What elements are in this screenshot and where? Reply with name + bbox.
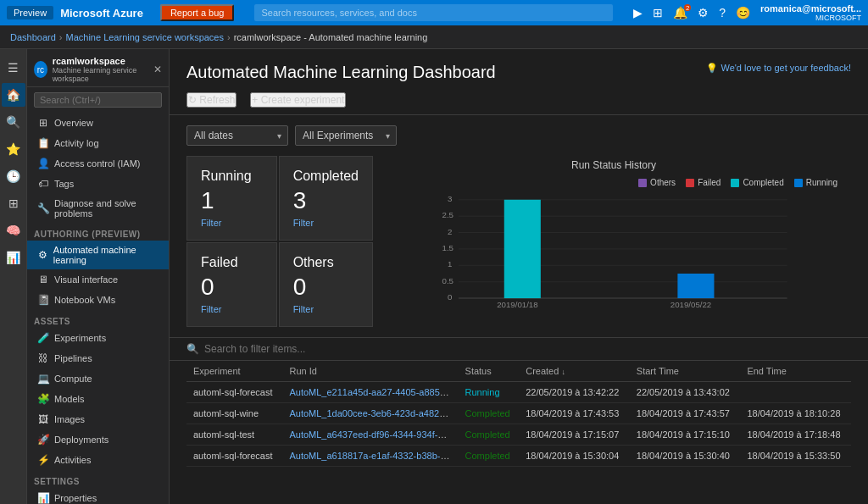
pipelines-icon: ⛓ [37,352,49,364]
breadcrumb-ml-workspaces[interactable]: Machine Learning service workspaces [66,32,224,42]
report-bug-button[interactable]: Report a bug [160,4,235,21]
col-start-time[interactable]: Start Time [630,361,741,382]
section-assets: Assets [27,310,169,328]
experiments-icon: 🧪 [37,332,49,344]
deployments-icon: 🚀 [37,434,49,446]
sidebar-item-properties[interactable]: 📊 Properties [27,488,169,504]
table-search-input[interactable] [204,343,851,355]
others-filter-link[interactable]: Filter [293,304,359,314]
app-title: Microsoft Azure [60,7,143,19]
sidebar-item-compute[interactable]: 💻 Compute [27,368,169,389]
sidebar-item-tags[interactable]: 🏷 Tags [27,174,169,194]
failed-filter-link[interactable]: Filter [201,304,263,314]
sidebar-item-overview[interactable]: ⊞ Overview [27,113,169,133]
diagnose-icon: 🔧 [37,202,49,214]
main-content: Automated Machine Learning Dashboard 💡 W… [170,49,868,504]
sidebar-item-experiments[interactable]: 🧪 Experiments [27,328,169,348]
sidebar-item-deployments[interactable]: 🚀 Deployments [27,429,169,450]
run-id-link[interactable]: AutoML_e211a45d-aa27-4405-a885-c9d970978… [289,387,458,397]
legend-others-swatch [638,179,647,187]
rail-resource-groups-icon[interactable]: ⊞ [2,191,25,215]
rail-search-icon[interactable]: 🔍 [2,110,25,134]
experiment-filter-wrap: All Experiments [295,125,397,146]
date-filter-select[interactable]: All dates Last 7 days Last 30 days [186,125,288,146]
chart-svg: 3 2.5 2 1.5 1 0.5 0 [390,191,837,309]
col-experiment[interactable]: Experiment [186,361,282,382]
help-icon[interactable]: ? [719,6,726,19]
tags-icon: 🏷 [37,178,49,190]
shell-icon[interactable]: ▶ [633,6,643,19]
sidebar-item-access-control[interactable]: 👤 Access control (IAM) [27,153,169,174]
completed-filter-link[interactable]: Filter [293,218,359,228]
runs-table-wrap: Experiment Run Id Status Created ↓ Start… [170,361,868,467]
experiment-filter-select[interactable]: All Experiments [295,125,397,146]
breadcrumb-dashboard[interactable]: Dashboard [10,32,56,42]
rail-favorites-icon[interactable]: ⭐ [2,137,25,161]
svg-text:2019/01/18: 2019/01/18 [497,300,537,309]
rail-menu-icon[interactable]: ☰ [2,56,25,80]
rail-recent-icon[interactable]: 🕒 [2,164,25,188]
legend-running-swatch [794,179,803,187]
breadcrumb-current: rcamlworkspace - Automated machine learn… [234,32,428,42]
user-icon[interactable]: 😊 [736,6,750,19]
col-run-id[interactable]: Run Id [282,361,458,382]
legend-failed: Failed [686,178,721,187]
overview-icon: ⊞ [37,117,49,129]
models-icon: 🧩 [37,393,49,405]
user-menu[interactable]: romanica@microsoft... MICROSOFT [760,3,861,22]
rail-monitor-icon[interactable]: 📊 [2,246,25,269]
table-row: automl-sql-wine AutoML_1da00cee-3eb6-423… [186,403,851,424]
cell-created: 18/04/2019 à 17:43:53 [519,403,630,424]
cell-status: Completed [459,446,520,467]
rail-ml-icon[interactable]: 🧠 [2,219,25,242]
run-id-link[interactable]: AutoML_a618817a-e1af-4332-b38b-6ae11979c… [289,451,458,461]
sidebar-item-activity-log[interactable]: 📋 Activity log [27,133,169,153]
refresh-button[interactable]: ↻ Refresh [186,92,236,108]
svg-text:1.5: 1.5 [442,243,453,252]
running-filter-link[interactable]: Filter [201,218,263,228]
notebook-vms-icon: 📓 [37,294,49,306]
rail-home-icon[interactable]: 🏠 [2,83,25,107]
sidebar-search-input[interactable] [34,92,162,108]
access-control-icon: 👤 [37,158,49,169]
sidebar-item-diagnose[interactable]: 🔧 Diagnose and solve problems [27,194,169,223]
col-created[interactable]: Created ↓ [519,361,630,382]
sidebar-item-images[interactable]: 🖼 Images [27,409,169,429]
global-search-input[interactable] [254,4,613,21]
sidebar-label-experiments: Experiments [54,333,106,343]
cell-end-time: 18/04/2019 à 17:18:48 [740,424,851,446]
svg-text:0.5: 0.5 [442,276,453,285]
sidebar-item-activities[interactable]: ⚡ Activities [27,450,169,470]
cell-experiment: automl-sql-forecast [186,382,282,403]
sidebar: rc rcamlworkspace Machine learning servi… [27,49,170,504]
workspace-sub: Machine learning service workspace [53,66,148,83]
completed-label: Completed [293,169,359,184]
col-status[interactable]: Status [459,361,520,382]
workspace-close-icon[interactable]: ✕ [153,64,162,75]
run-id-link[interactable]: AutoML_a6437eed-df96-4344-934f-1dd5724e0… [289,429,458,440]
sidebar-label-access-control: Access control (IAM) [54,158,140,169]
sidebar-item-pipelines[interactable]: ⛓ Pipelines [27,348,169,368]
settings-icon[interactable]: ⚙ [698,6,709,19]
running-value: 1 [201,187,263,214]
create-experiment-button[interactable]: + Create experiment [250,92,346,108]
notifications-icon[interactable]: 🔔2 [673,6,687,19]
sidebar-item-notebook-vms[interactable]: 📓 Notebook VMs [27,290,169,310]
run-id-link[interactable]: AutoML_1da00cee-3eb6-423d-a482-4c5df1951… [289,408,458,418]
user-org: MICROSOFT [760,14,861,22]
sidebar-label-automated-ml: Automated machine learning [53,245,162,265]
directory-icon[interactable]: ⊞ [653,6,663,19]
sidebar-label-activity-log: Activity log [54,138,99,148]
legend-completed-label: Completed [743,178,783,187]
sidebar-item-visual-interface[interactable]: 🖥 Visual interface [27,269,169,290]
feedback-link[interactable]: 💡 We'd love to get your feedback! [706,63,851,74]
cell-experiment: automl-sql-forecast [186,446,282,467]
cell-start-time: 22/05/2019 à 13:43:02 [630,382,741,403]
sidebar-label-diagnose: Diagnose and solve problems [54,198,162,219]
sidebar-item-automated-ml[interactable]: ⚙ Automated machine learning [27,241,169,269]
col-end-time[interactable]: End Time [740,361,851,382]
others-value: 0 [293,274,359,301]
cell-created: 22/05/2019 à 13:42:22 [519,382,630,403]
sidebar-item-models[interactable]: 🧩 Models [27,389,169,409]
bar-completed-2019-01-18 [504,200,541,298]
